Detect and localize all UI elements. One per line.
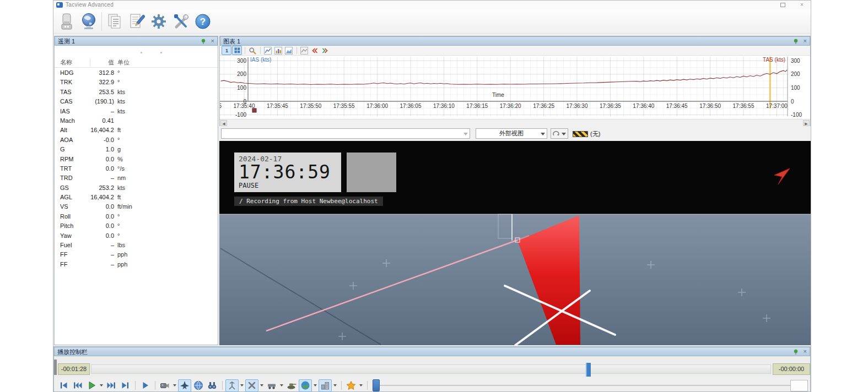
timeline-edge	[54, 360, 57, 375]
speed-slider-handle[interactable]	[373, 379, 380, 391]
param-value: 16,404.2	[71, 126, 114, 135]
show-antennas-dropdown-caret[interactable]	[239, 380, 245, 391]
camera-mode-dropdown-caret[interactable]	[172, 380, 177, 391]
camera-mode-combo[interactable]: 外部视图	[476, 128, 547, 139]
show-terrain-button[interactable]	[299, 379, 312, 392]
close-panel-icon[interactable]: ×	[804, 348, 807, 355]
param-name: TRK	[60, 78, 72, 87]
show-aircraft-button[interactable]	[178, 379, 191, 392]
param-value: 0.0	[71, 231, 114, 241]
show-terrain-dropdown-caret[interactable]	[312, 380, 318, 391]
speed-slider-track[interactable]	[380, 385, 790, 386]
chart-toolbar: 1	[220, 46, 810, 56]
skip-to-end-button[interactable]	[118, 379, 132, 392]
show-tanks-button[interactable]	[285, 379, 298, 392]
x-axis-tick: 17:35:35	[220, 103, 222, 109]
chart-layout-grid-button[interactable]	[232, 46, 242, 55]
zoom-selection-button[interactable]	[247, 46, 257, 55]
scroll-right-icon[interactable]: ▶	[803, 120, 810, 126]
chart-type-area-button[interactable]	[284, 46, 294, 55]
play-dropdown-caret[interactable]	[99, 380, 104, 391]
x-axis-tick: 17:36:25	[533, 103, 554, 109]
y-axis-tick: 300	[237, 58, 246, 64]
show-vehicles-button[interactable]	[265, 379, 278, 392]
show-buildings-dropdown-caret[interactable]	[332, 380, 338, 391]
antenna-icon	[227, 380, 238, 391]
scroll-left-icon[interactable]: ◀	[220, 120, 227, 126]
edit-document-icon	[127, 12, 146, 31]
camera-mode-button[interactable]	[158, 379, 171, 392]
telemetry-row: IAS–kts	[55, 107, 218, 116]
show-static-objects-dropdown-caret[interactable]	[259, 380, 265, 391]
telemetry-object-selector[interactable]	[58, 48, 214, 57]
step-backward-button[interactable]	[71, 379, 84, 392]
close-panel-icon[interactable]: ×	[211, 37, 214, 44]
telemetry-chart[interactable]: 30030020020010010000-100-10017:35:3517:3…	[220, 56, 810, 119]
param-value: 0.0	[71, 202, 114, 211]
object-selector-combo[interactable]	[221, 128, 470, 139]
scroll-chart-left-button[interactable]	[310, 46, 320, 55]
column-name: 名称	[60, 58, 72, 67]
favorites-button[interactable]	[344, 379, 358, 392]
pin-icon[interactable]	[201, 39, 206, 44]
play-realtime-button[interactable]	[138, 379, 152, 392]
param-unit: °	[117, 231, 120, 241]
clock-overlay: 2024-02-17 17:36:59 PAUSE	[234, 153, 341, 192]
fit-time-range-button[interactable]	[299, 46, 309, 55]
scroll-chart-right-button[interactable]	[320, 46, 330, 55]
play-button[interactable]	[85, 379, 98, 392]
show-antennas-button[interactable]	[225, 379, 239, 392]
show-vehicles-dropdown-caret[interactable]	[279, 380, 284, 391]
pin-icon[interactable]	[793, 39, 799, 44]
x-axis-tick: 17:35:45	[267, 103, 288, 109]
chart-type-bar-button[interactable]	[273, 46, 283, 55]
vehicle-icon	[266, 380, 277, 391]
timeline-cursor[interactable]	[586, 363, 591, 377]
show-globe-button[interactable]	[192, 379, 205, 392]
playback-panel-title: 播放控制栏	[57, 348, 88, 356]
telemetry-row: AOA-0.0°	[55, 135, 218, 145]
timeline-track[interactable]	[91, 364, 771, 374]
gear-icon	[149, 12, 168, 31]
restore-window-icon[interactable]	[780, 3, 785, 7]
3d-viewport[interactable]: 2024-02-17 17:36:59 PAUSE / Recording fr…	[219, 141, 811, 345]
x-axis-tick: 17:35:40	[234, 103, 255, 109]
trail-length-icon[interactable]	[573, 131, 588, 137]
show-static-objects-button[interactable]	[245, 379, 258, 392]
timeline-start-time: -00:01:28	[58, 363, 90, 375]
skip-to-start-button[interactable]	[57, 379, 71, 392]
param-value: 0.0	[71, 155, 114, 164]
show-buildings-button[interactable]	[319, 379, 332, 392]
toolbar-overflow-box[interactable]	[790, 380, 808, 391]
advanced-tools-button[interactable]	[170, 10, 192, 32]
flight-log-button[interactable]	[104, 10, 126, 32]
close-panel-icon[interactable]: ×	[804, 37, 807, 44]
num1-icon: 1	[223, 47, 230, 54]
telemetry-row: FF–pph	[55, 260, 218, 269]
chevron-down-icon	[562, 133, 566, 135]
param-value: 0.0	[71, 164, 114, 173]
globe-large-icon	[79, 12, 98, 31]
camera-rotate-button[interactable]	[551, 128, 568, 139]
param-unit: pph	[117, 260, 127, 269]
close-window-icon[interactable]: ×	[797, 2, 806, 8]
chart-type-line-button[interactable]	[263, 46, 273, 55]
telemetry-row: FF–pph	[55, 250, 218, 259]
camera-icon	[159, 380, 170, 391]
pin-icon[interactable]	[793, 349, 799, 355]
chart-layout-single-button[interactable]: 1	[222, 46, 231, 55]
help-button[interactable]: ?	[192, 10, 214, 32]
param-name: VS	[60, 202, 68, 211]
chart-scrollbar[interactable]: ◀ ▶	[220, 119, 810, 126]
x-axis-tick: 17:36:10	[433, 103, 455, 109]
favorites-dropdown-caret[interactable]	[358, 380, 364, 391]
x-axis-tick: 17:36:20	[500, 103, 521, 109]
observers-button[interactable]	[206, 379, 219, 392]
settings-button[interactable]	[148, 10, 170, 32]
online-flights-button[interactable]	[78, 10, 100, 32]
fast-forward-button[interactable]	[105, 379, 118, 392]
flight-data-recorder-button[interactable]	[56, 10, 78, 32]
debriefing-notes-button[interactable]	[126, 10, 148, 32]
right-axis-series-label: TAS (kts)	[763, 57, 785, 63]
chart_fit-icon	[300, 47, 308, 55]
